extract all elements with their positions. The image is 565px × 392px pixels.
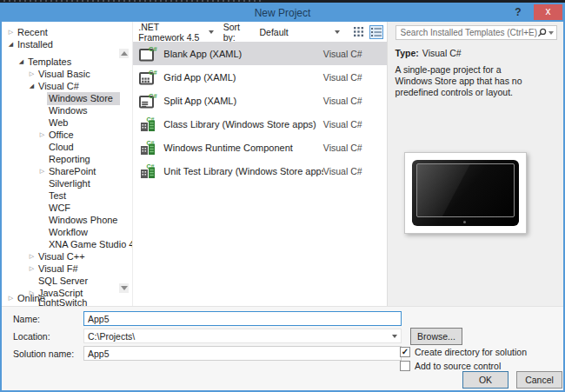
source-control-checkbox[interactable]	[400, 361, 410, 371]
tablet-device-illustration	[412, 160, 519, 226]
tree-item[interactable]: SQL Server	[2, 275, 132, 287]
template-list-item[interactable]: C# Class Library (Windows Store apps) Vi…	[133, 112, 386, 136]
tree-expander-icon[interactable]: ▷	[27, 265, 37, 272]
location-combobox[interactable]: C:\Projects\	[83, 329, 402, 343]
template-list-item[interactable]: C# Blank App (XAML) Visual C#	[133, 42, 386, 65]
tree-expander-icon[interactable]: ▷	[37, 131, 47, 138]
template-list-item[interactable]: C# Split App (XAML) Visual C#	[133, 89, 386, 112]
svg-text:C#: C#	[147, 139, 155, 145]
template-list-item[interactable]: C# Grid App (XAML) Visual C#	[133, 65, 386, 89]
tree-item[interactable]: Test	[2, 189, 132, 202]
sort-dropdown[interactable]: Default	[256, 25, 342, 39]
tree-item-label: Windows	[47, 105, 90, 116]
tree-item[interactable]: ◢ Visual C#	[2, 80, 132, 92]
tablet-screen	[416, 163, 515, 217]
tree-item-label: XNA Game Studio 4.0	[47, 239, 133, 249]
info-panel: Search Installed Templates (Ctrl+E) Type…	[387, 22, 563, 306]
template-name: Class Library (Windows Store apps)	[163, 119, 323, 130]
source-control-checkbox-row[interactable]: Add to source control	[400, 361, 501, 371]
tree-item-label: Visual Basic	[37, 69, 92, 79]
create-directory-checkbox[interactable]: ✓	[400, 347, 410, 357]
tree-item[interactable]: Workflow	[2, 226, 132, 238]
tree-expander-icon[interactable]: ▷	[27, 70, 37, 77]
tree-expander-icon[interactable]: ◢	[17, 58, 26, 65]
tree-item[interactable]: Windows Phone	[2, 214, 132, 226]
tree-expander-icon[interactable]: ◢	[27, 83, 37, 90]
tree-item[interactable]: Windows Store	[2, 92, 132, 104]
tree-item[interactable]: ▷ Recent	[2, 26, 132, 38]
search-icon[interactable]	[537, 28, 547, 37]
svg-text:C#: C#	[147, 163, 155, 169]
winrt-component-icon: C#	[138, 139, 157, 156]
browse-button[interactable]: Browse...	[410, 328, 462, 345]
tree-expander-icon[interactable]: ▷	[6, 29, 16, 36]
tree-item[interactable]: Windows	[2, 104, 132, 116]
tree-item-label: Visual C#	[37, 81, 81, 91]
template-language: Visual C#	[323, 143, 362, 153]
list-view-button[interactable]	[369, 25, 383, 39]
split-app-icon: C#	[138, 92, 157, 110]
tree-expander-icon[interactable]: ▷	[37, 168, 47, 175]
tree-item-label: Silverlight	[47, 178, 92, 189]
tree-item[interactable]: Silverlight	[2, 177, 132, 189]
titlebar[interactable]: New Project ? x	[2, 4, 563, 22]
tree-item-label: Installed	[16, 39, 55, 50]
tree-item[interactable]: ▷ Visual C++	[2, 250, 132, 262]
small-icons-view-button[interactable]	[352, 25, 366, 39]
tree-item[interactable]: Cloud	[2, 141, 132, 153]
tree-item-label: Windows Phone	[47, 215, 120, 225]
name-input[interactable]	[83, 311, 402, 326]
tree-item[interactable]: ▷ Office	[2, 129, 132, 141]
chevron-down-icon[interactable]	[392, 335, 397, 338]
tree-item-label: Office	[47, 130, 76, 140]
solution-name-input[interactable]	[83, 346, 402, 361]
tree-expander-icon[interactable]: ▷	[6, 295, 16, 302]
tree-item-label: Workflow	[47, 227, 90, 237]
location-value: C:\Projects\	[88, 331, 389, 342]
view-mode-buttons	[352, 25, 383, 39]
tree-item[interactable]: ◢ Templates	[2, 56, 132, 68]
tree-item-label: Recent	[16, 27, 50, 37]
name-label: Name:	[13, 314, 40, 324]
ok-button[interactable]: OK	[462, 371, 508, 389]
template-language: Visual C#	[323, 96, 362, 106]
tree-item[interactable]: XNA Game Studio 4.0	[2, 238, 132, 250]
tree-expander-icon[interactable]: ◢	[6, 41, 16, 48]
unit-test-library-icon: C#	[138, 163, 157, 180]
framework-dropdown[interactable]: .NET Framework 4.5	[136, 20, 216, 44]
help-button[interactable]: ?	[509, 4, 527, 22]
tree-expander-icon[interactable]: ▷	[27, 253, 37, 260]
template-description: A single-page project for a Windows Stor…	[396, 64, 533, 98]
create-directory-checkbox-row[interactable]: ✓ Create directory for solution	[400, 347, 527, 357]
tree-item[interactable]: ▷ SharePoint	[2, 165, 132, 177]
template-list-panel: .NET Framework 4.5 Sort by: Default	[133, 22, 386, 306]
scroll-down-icon	[121, 286, 128, 290]
tree-item[interactable]: Reporting	[2, 153, 132, 165]
svg-text:C#: C#	[147, 116, 155, 122]
tree-item[interactable]: ◢ Installed	[2, 38, 132, 50]
tree-item-label: Cloud	[47, 142, 76, 152]
location-label: Location:	[13, 331, 50, 342]
template-name: Windows Runtime Component	[163, 143, 323, 153]
template-list-item[interactable]: C# Windows Runtime Component Visual C#	[133, 136, 386, 159]
dialog-title: New Project	[2, 4, 563, 22]
search-input[interactable]: Search Installed Templates (Ctrl+E)	[396, 25, 557, 40]
dialog-content: ▷ Recent ◢ Installed ◢ Templates ▷ Visua…	[2, 22, 563, 306]
template-name: Unit Test Library (Windows Store apps)	[163, 166, 323, 176]
tree-item[interactable]: ▷ Online	[2, 292, 132, 304]
tree-item[interactable]: WCF	[2, 202, 132, 214]
tree-item[interactable]: ▷ Visual Basic	[2, 68, 132, 80]
project-type-line: Type:Visual C#	[396, 48, 557, 58]
templates-tree: ▷ Recent ◢ Installed ◢ Templates ▷ Visua…	[2, 22, 133, 306]
list-toolbar: .NET Framework 4.5 Sort by: Default	[133, 22, 386, 42]
tree-item-label: Online	[16, 293, 47, 303]
cancel-button[interactable]: Cancel	[516, 371, 562, 389]
tree-item-label: Reporting	[47, 154, 92, 164]
sort-by-label: Sort by:	[223, 22, 254, 43]
tree-scroll-up-button[interactable]	[119, 49, 129, 58]
close-button[interactable]: x	[534, 4, 562, 20]
template-list-item[interactable]: C# Unit Test Library (Windows Store apps…	[133, 159, 386, 183]
search-options-chevron-icon[interactable]	[548, 31, 554, 35]
tree-item[interactable]: Web	[2, 116, 132, 129]
tree-item[interactable]: ▷ Visual F#	[2, 262, 132, 275]
